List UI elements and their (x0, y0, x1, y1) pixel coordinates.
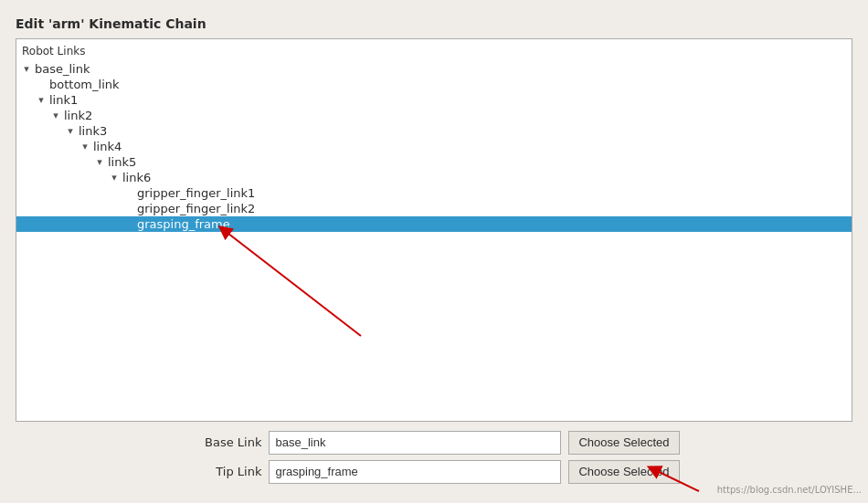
tip-link-label: Tip Link (188, 465, 261, 478)
tree-item-link2[interactable]: ▾link2 (16, 108, 852, 123)
tree-item-link3[interactable]: ▾link3 (16, 123, 852, 139)
tree-item-link4[interactable]: ▾link4 (16, 139, 852, 154)
tree-item-label: base_link (33, 62, 90, 76)
tree-item-bottom_link[interactable]: bottom_link (16, 77, 852, 92)
tree-item-label: link6 (121, 171, 151, 184)
tree-item-label: grasping_frame (135, 217, 230, 231)
tree-item-label: link4 (91, 140, 122, 153)
tree-container: ▾base_linkbottom_link▾link1▾link2▾link3▾… (16, 61, 852, 232)
tree-arrow: ▾ (49, 110, 62, 121)
tree-arrow: ▾ (79, 141, 91, 152)
tree-arrow: ▾ (35, 94, 48, 106)
bottom-section: Base Link Choose Selected Tip Link Choos… (16, 431, 852, 484)
tree-item-label: link2 (62, 109, 92, 122)
tree-panel[interactable]: Robot Links ▾base_linkbottom_link▾link1▾… (16, 38, 852, 422)
tree-arrow: ▾ (20, 63, 33, 75)
tree-item-base_link[interactable]: ▾base_link (16, 61, 852, 77)
base-link-row: Base Link Choose Selected (188, 431, 679, 455)
tree-item-label: link3 (77, 124, 107, 138)
tree-panel-label: Robot Links (16, 43, 852, 61)
tree-item-grasping_frame[interactable]: grasping_frame (16, 216, 852, 232)
tree-item-label: link1 (48, 93, 78, 107)
tree-item-label: link5 (106, 155, 136, 169)
base-link-label: Base Link (188, 435, 261, 449)
tree-item-gripper_finger_link2[interactable]: gripper_finger_link2 (16, 201, 852, 216)
tree-item-link1[interactable]: ▾link1 (16, 92, 852, 108)
watermark: https://blog.csdn.net/LOYISHE... (717, 485, 862, 495)
tree-item-gripper_finger_link1[interactable]: gripper_finger_link1 (16, 185, 852, 201)
tree-arrow: ▾ (108, 172, 121, 183)
dialog-wrapper: Edit 'arm' Kinematic Chain Robot Links ▾… (5, 7, 863, 497)
tree-arrow: ▾ (93, 156, 106, 168)
tree-item-label: bottom_link (48, 78, 120, 91)
tree-item-label: gripper_finger_link2 (135, 202, 255, 215)
base-link-choose-button[interactable]: Choose Selected (568, 431, 679, 455)
tip-link-choose-button[interactable]: Choose Selected (568, 460, 679, 484)
tree-item-label: gripper_finger_link1 (135, 186, 255, 200)
base-link-input[interactable] (269, 431, 561, 455)
dialog-title: Edit 'arm' Kinematic Chain (16, 16, 852, 31)
tree-arrow: ▾ (64, 125, 77, 137)
tree-item-link5[interactable]: ▾link5 (16, 154, 852, 170)
tip-link-row: Tip Link Choose Selected (188, 460, 679, 484)
tip-link-input[interactable] (269, 460, 561, 484)
tree-item-link6[interactable]: ▾link6 (16, 170, 852, 185)
edit-dialog: Edit 'arm' Kinematic Chain Robot Links ▾… (5, 7, 863, 497)
